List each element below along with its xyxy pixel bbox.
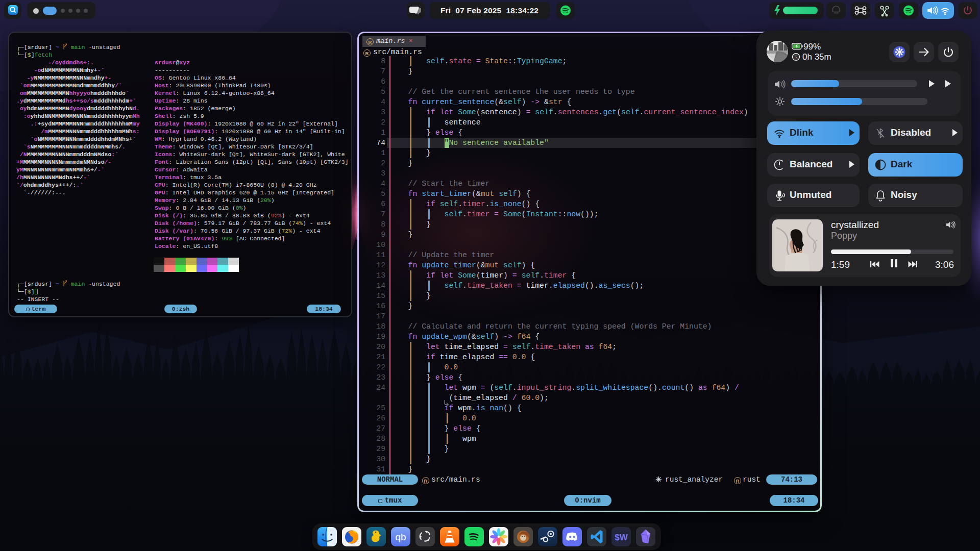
svg-text:qb: qb [395, 532, 406, 542]
svg-text:$W: $W [615, 533, 628, 542]
